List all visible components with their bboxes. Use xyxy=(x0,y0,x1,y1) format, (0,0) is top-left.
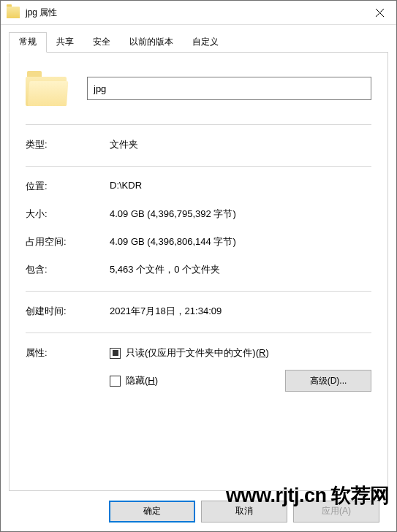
name-input[interactable] xyxy=(87,77,371,100)
created-value: 2021年7月18日，21:34:09 xyxy=(110,305,371,318)
contains-label: 包含: xyxy=(26,263,110,276)
advanced-button[interactable]: 高级(D)... xyxy=(285,370,371,392)
location-value: D:\KDR xyxy=(110,180,371,193)
header-row xyxy=(26,71,371,106)
type-value: 文件夹 xyxy=(110,138,371,151)
tab-general[interactable]: 常规 xyxy=(9,32,47,53)
divider xyxy=(26,166,371,167)
readonly-row[interactable]: 只读(仅应用于文件夹中的文件)(R) xyxy=(110,346,371,360)
divider xyxy=(26,291,371,292)
folder-large-icon xyxy=(26,71,67,106)
row-location: 位置: D:\KDR xyxy=(26,180,371,193)
contains-value: 5,463 个文件，0 个文件夹 xyxy=(110,263,371,276)
tab-strip: 常规 共享 安全 以前的版本 自定义 xyxy=(9,32,388,52)
row-contains: 包含: 5,463 个文件，0 个文件夹 xyxy=(26,263,371,276)
hidden-label: 隐藏(H) xyxy=(126,374,158,387)
row-type: 类型: 文件夹 xyxy=(26,138,371,151)
titlebar: jpg 属性 xyxy=(1,1,396,25)
hidden-checkbox[interactable] xyxy=(110,376,121,387)
apply-button: 应用(A) xyxy=(293,501,379,522)
type-label: 类型: xyxy=(26,138,110,151)
disk-label: 占用空间: xyxy=(26,235,110,248)
attr-label: 属性: xyxy=(26,346,110,392)
hidden-row[interactable]: 隐藏(H) xyxy=(110,374,158,387)
cancel-button[interactable]: 取消 xyxy=(201,501,287,522)
close-icon xyxy=(376,9,384,17)
size-label: 大小: xyxy=(26,208,110,221)
tab-sharing[interactable]: 共享 xyxy=(47,32,83,52)
tab-previous-versions[interactable]: 以前的版本 xyxy=(120,32,183,52)
row-size: 大小: 4.09 GB (4,396,795,392 字节) xyxy=(26,208,371,221)
tab-customize[interactable]: 自定义 xyxy=(183,32,228,52)
attributes-section: 属性: 只读(仅应用于文件夹中的文件)(R) 隐藏(H) 高级(D)... xyxy=(26,346,371,392)
divider xyxy=(26,124,371,125)
window-title: jpg 属性 xyxy=(26,7,57,19)
row-disk: 占用空间: 4.09 GB (4,396,806,144 字节) xyxy=(26,235,371,248)
properties-dialog: jpg 属性 常规 共享 安全 以前的版本 自定义 xyxy=(0,0,397,532)
row-created: 创建时间: 2021年7月18日，21:34:09 xyxy=(26,305,371,318)
folder-icon xyxy=(7,7,20,18)
created-label: 创建时间: xyxy=(26,305,110,318)
readonly-label: 只读(仅应用于文件夹中的文件)(R) xyxy=(126,346,269,360)
ok-button[interactable]: 确定 xyxy=(109,501,195,522)
location-label: 位置: xyxy=(26,180,110,193)
content: 常规 共享 安全 以前的版本 自定义 类型: 文件夹 位 xyxy=(1,25,396,531)
disk-value: 4.09 GB (4,396,806,144 字节) xyxy=(110,235,371,248)
readonly-checkbox[interactable] xyxy=(110,348,121,359)
dialog-footer: 确定 取消 应用(A) xyxy=(9,491,388,531)
size-value: 4.09 GB (4,396,795,392 字节) xyxy=(110,208,371,221)
close-button[interactable] xyxy=(363,1,396,24)
divider xyxy=(26,332,371,333)
tab-security[interactable]: 安全 xyxy=(83,32,120,52)
general-panel: 类型: 文件夹 位置: D:\KDR 大小: 4.09 GB (4,396,79… xyxy=(9,52,388,491)
